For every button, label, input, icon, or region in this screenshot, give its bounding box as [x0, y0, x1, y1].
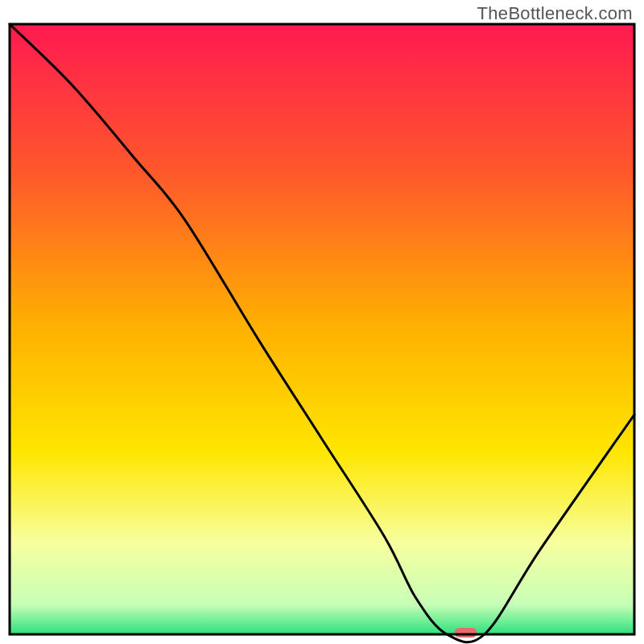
bottleneck-chart — [0, 0, 644, 644]
watermark-text: TheBottleneck.com — [477, 3, 633, 24]
chart-container: TheBottleneck.com — [0, 0, 644, 644]
optimal-marker — [454, 628, 477, 638]
chart-background — [10, 24, 634, 634]
